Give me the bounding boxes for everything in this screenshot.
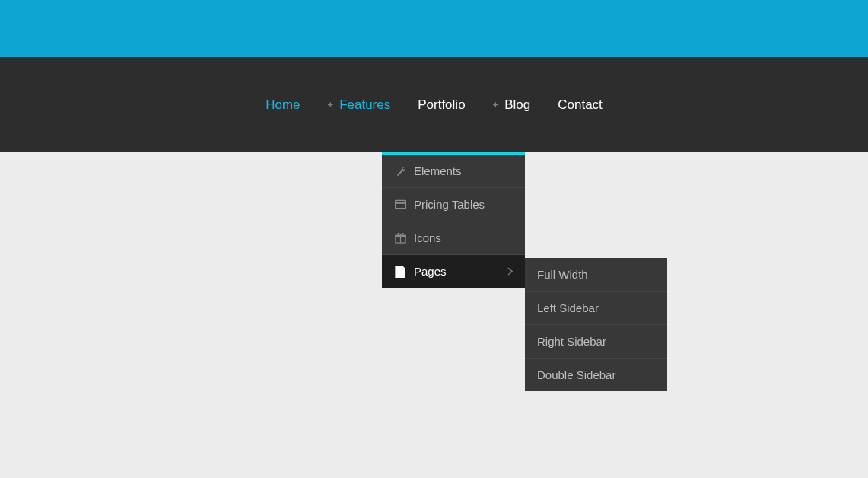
- features-dropdown: Elements Pricing Tables Icons Pages: [382, 152, 525, 288]
- sub-item-right-sidebar[interactable]: Right Sidebar: [525, 325, 667, 358]
- dropdown-label: Pricing Tables: [414, 198, 485, 211]
- nav-label: Home: [265, 97, 300, 113]
- nav-item-home[interactable]: Home: [265, 97, 300, 113]
- sub-label: Left Sidebar: [537, 301, 599, 314]
- dropdown-label: Elements: [414, 164, 462, 177]
- pages-submenu: Full Width Left Sidebar Right Sidebar Do…: [525, 258, 667, 391]
- nav-item-blog[interactable]: + Blog: [493, 97, 531, 113]
- nav-item-portfolio[interactable]: Portfolio: [418, 97, 465, 113]
- main-nav: Home + Features Portfolio + Blog Contact: [0, 57, 868, 152]
- sub-item-double-sidebar[interactable]: Double Sidebar: [525, 358, 667, 391]
- nav-item-contact[interactable]: Contact: [558, 97, 603, 113]
- top-bar: [0, 0, 868, 57]
- svg-rect-1: [395, 202, 406, 204]
- dropdown-item-elements[interactable]: Elements: [382, 155, 525, 188]
- card-icon: [394, 199, 406, 211]
- dropdown-label: Icons: [414, 231, 441, 244]
- dropdown-item-icons[interactable]: Icons: [382, 221, 525, 255]
- nav-list: Home + Features Portfolio + Blog Contact: [265, 97, 603, 113]
- svg-rect-0: [395, 200, 405, 208]
- plus-icon: +: [328, 99, 334, 110]
- sub-item-full-width[interactable]: Full Width: [525, 258, 667, 292]
- nav-label: Features: [339, 97, 390, 113]
- gift-icon: [394, 232, 406, 244]
- nav-item-features[interactable]: + Features: [328, 97, 391, 113]
- chevron-right-icon: [507, 267, 513, 276]
- document-icon: [394, 266, 406, 278]
- nav-label: Portfolio: [418, 97, 465, 113]
- dropdown-item-pages[interactable]: Pages: [382, 255, 525, 288]
- dropdown-label: Pages: [414, 265, 447, 278]
- nav-label: Contact: [558, 97, 603, 113]
- sub-label: Right Sidebar: [537, 335, 606, 348]
- dropdown-item-pricing[interactable]: Pricing Tables: [382, 188, 525, 221]
- wrench-icon: [394, 165, 406, 177]
- sub-item-left-sidebar[interactable]: Left Sidebar: [525, 292, 667, 325]
- sub-label: Double Sidebar: [537, 368, 615, 381]
- plus-icon: +: [493, 99, 499, 110]
- nav-label: Blog: [504, 97, 530, 113]
- sub-label: Full Width: [537, 268, 588, 281]
